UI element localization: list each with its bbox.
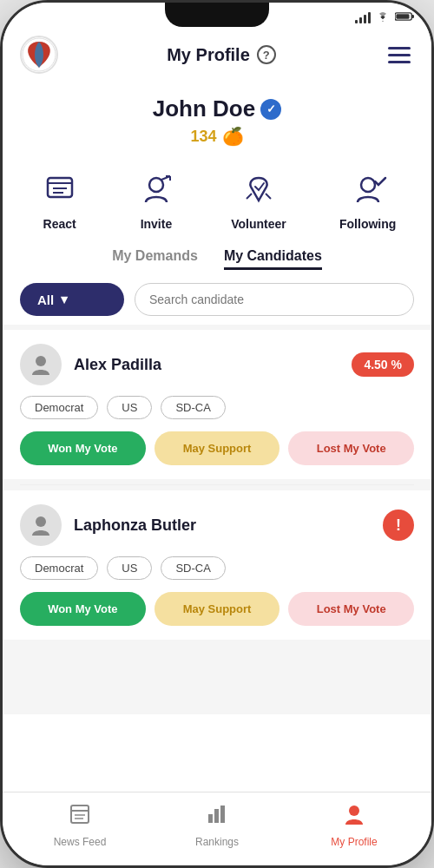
coin-icon: 🍊 bbox=[222, 126, 244, 147]
tag-us-2: US bbox=[107, 556, 152, 580]
tags-row-1: Democrat US SD-CA bbox=[20, 396, 414, 419]
volunteer-icon bbox=[237, 168, 280, 212]
profile-name: John Doe ✓ bbox=[20, 95, 414, 122]
svg-rect-15 bbox=[71, 806, 89, 823]
svg-rect-1 bbox=[411, 15, 414, 18]
svg-rect-21 bbox=[220, 806, 225, 823]
candidate-info-2: Laphonza Butler bbox=[20, 504, 196, 546]
lost-my-vote-2[interactable]: Lost My Vote bbox=[288, 592, 414, 626]
news-feed-label: News Feed bbox=[54, 836, 107, 848]
search-input[interactable] bbox=[149, 293, 399, 306]
tabs-row: My Demands My Candidates bbox=[3, 240, 431, 274]
tags-row-2: Democrat US SD-CA bbox=[20, 556, 414, 580]
candidate-name-1: Alex Padilla bbox=[74, 356, 161, 374]
tab-my-candidates[interactable]: My Candidates bbox=[224, 248, 322, 270]
won-my-vote-1[interactable]: Won My Vote bbox=[20, 431, 146, 465]
svg-point-8 bbox=[149, 178, 163, 192]
vote-buttons-2: Won My Vote May Support Lost My Vote bbox=[20, 592, 414, 626]
svg-point-22 bbox=[349, 806, 359, 816]
following-label: Following bbox=[339, 217, 396, 231]
verified-badge: ✓ bbox=[260, 99, 281, 120]
tab-my-demands[interactable]: My Demands bbox=[112, 248, 198, 270]
vote-buttons-1: Won My Vote May Support Lost My Vote bbox=[20, 431, 414, 465]
profile-section: John Doe ✓ 134 🍊 bbox=[3, 82, 431, 155]
filter-dropdown[interactable]: All ▾ bbox=[20, 283, 124, 316]
svg-point-13 bbox=[36, 356, 46, 366]
svg-rect-19 bbox=[208, 814, 213, 823]
news-feed-icon bbox=[68, 802, 92, 832]
tag-democrat-1: Democrat bbox=[20, 396, 98, 419]
divider bbox=[20, 484, 414, 485]
action-volunteer[interactable]: Volunteer bbox=[231, 168, 286, 231]
phone-frame: My Profile ? John Doe ✓ 134 🍊 bbox=[0, 0, 434, 868]
may-support-2[interactable]: May Support bbox=[155, 592, 280, 626]
percent-badge-1: 4.50 % bbox=[352, 352, 414, 377]
candidate-card-2: Laphonza Butler ! Democrat US SD-CA Won … bbox=[3, 490, 431, 640]
svg-point-12 bbox=[361, 178, 375, 192]
my-profile-icon bbox=[342, 802, 366, 832]
invite-label: Invite bbox=[141, 217, 173, 231]
react-label: React bbox=[43, 217, 76, 231]
nav-news-feed[interactable]: News Feed bbox=[11, 802, 148, 848]
following-icon bbox=[346, 168, 390, 212]
candidate-info-1: Alex Padilla bbox=[20, 344, 161, 385]
signal-icon bbox=[355, 13, 371, 23]
rankings-label: Rankings bbox=[195, 836, 239, 848]
help-icon[interactable]: ? bbox=[257, 45, 276, 64]
nav-my-profile[interactable]: My Profile bbox=[286, 802, 423, 848]
svg-rect-20 bbox=[214, 809, 219, 823]
svg-rect-2 bbox=[396, 14, 409, 19]
notch bbox=[165, 3, 269, 27]
battery-icon bbox=[395, 11, 414, 24]
svg-point-14 bbox=[36, 516, 46, 527]
menu-button[interactable] bbox=[385, 43, 414, 67]
search-input-wrap[interactable] bbox=[135, 283, 414, 316]
candidates-list: Alex Padilla 4.50 % Democrat US SD-CA Wo… bbox=[3, 325, 431, 714]
lost-my-vote-1[interactable]: Lost My Vote bbox=[288, 431, 414, 465]
app-logo[interactable] bbox=[20, 36, 58, 74]
avatar-2 bbox=[20, 504, 62, 546]
my-profile-label: My Profile bbox=[331, 836, 377, 848]
bottom-nav: News Feed Rankings bbox=[3, 792, 431, 865]
volunteer-label: Volunteer bbox=[231, 217, 286, 231]
tag-democrat-2: Democrat bbox=[20, 556, 98, 580]
action-following[interactable]: Following bbox=[339, 168, 396, 231]
profile-points: 134 🍊 bbox=[20, 126, 414, 147]
candidate-card-1: Alex Padilla 4.50 % Democrat US SD-CA Wo… bbox=[3, 330, 431, 479]
tag-sdca-2: SD-CA bbox=[161, 556, 225, 580]
candidate-name-2: Laphonza Butler bbox=[74, 516, 196, 535]
react-icon bbox=[38, 168, 82, 212]
won-my-vote-2[interactable]: Won My Vote bbox=[20, 592, 146, 626]
header: My Profile ? bbox=[3, 29, 431, 82]
may-support-1[interactable]: May Support bbox=[155, 431, 280, 465]
alert-badge-2: ! bbox=[383, 510, 414, 541]
nav-rankings[interactable]: Rankings bbox=[148, 802, 286, 848]
rankings-icon bbox=[205, 802, 229, 832]
action-invite[interactable]: Invite bbox=[135, 168, 178, 231]
wifi-icon bbox=[376, 11, 390, 24]
filter-row: All ▾ bbox=[3, 274, 431, 325]
tag-sdca-1: SD-CA bbox=[161, 396, 225, 419]
header-title: My Profile ? bbox=[167, 45, 276, 65]
tag-us-1: US bbox=[107, 396, 152, 419]
actions-row: React Invite bbox=[3, 155, 431, 240]
avatar-1 bbox=[20, 344, 62, 385]
invite-icon bbox=[135, 168, 178, 212]
action-react[interactable]: React bbox=[38, 168, 82, 231]
